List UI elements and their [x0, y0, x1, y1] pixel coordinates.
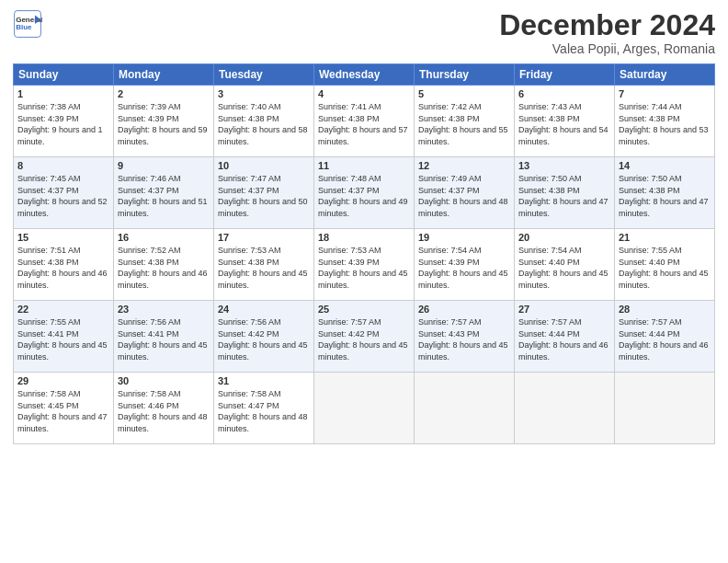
day-number: 8	[17, 160, 109, 171]
day-info: Sunrise: 7:51 AMSunset: 4:38 PMDaylight:…	[17, 245, 109, 291]
day-info: Sunrise: 7:39 AMSunset: 4:39 PMDaylight:…	[118, 101, 210, 147]
day-number: 15	[17, 232, 109, 243]
day-info: Sunrise: 7:54 AMSunset: 4:39 PMDaylight:…	[418, 245, 510, 291]
weekday-header: Monday	[114, 64, 214, 86]
calendar-cell: 30Sunrise: 7:58 AMSunset: 4:46 PMDayligh…	[114, 373, 214, 444]
day-info: Sunrise: 7:56 AMSunset: 4:42 PMDaylight:…	[218, 316, 310, 362]
calendar-cell	[415, 373, 515, 444]
weekday-header: Friday	[515, 64, 615, 86]
calendar-cell: 29Sunrise: 7:58 AMSunset: 4:45 PMDayligh…	[14, 373, 114, 444]
calendar-cell: 1Sunrise: 7:38 AMSunset: 4:39 PMDaylight…	[14, 86, 114, 157]
calendar-cell	[314, 373, 415, 444]
day-info: Sunrise: 7:46 AMSunset: 4:37 PMDaylight:…	[118, 173, 210, 219]
day-number: 5	[418, 88, 510, 99]
calendar-table: SundayMondayTuesdayWednesdayThursdayFrid…	[13, 63, 715, 444]
day-info: Sunrise: 7:42 AMSunset: 4:38 PMDaylight:…	[418, 101, 510, 147]
calendar-cell: 12Sunrise: 7:49 AMSunset: 4:37 PMDayligh…	[415, 157, 515, 229]
calendar-cell: 2Sunrise: 7:39 AMSunset: 4:39 PMDaylight…	[114, 86, 214, 157]
day-number: 18	[318, 232, 410, 243]
month-title: December 2024	[499, 9, 715, 41]
day-number: 6	[518, 88, 610, 99]
weekday-header: Sunday	[14, 64, 114, 86]
day-info: Sunrise: 7:43 AMSunset: 4:38 PMDaylight:…	[518, 101, 610, 147]
day-info: Sunrise: 7:57 AMSunset: 4:42 PMDaylight:…	[318, 316, 410, 362]
weekday-header: Wednesday	[314, 64, 415, 86]
logo: General Blue	[13, 9, 42, 39]
calendar-cell: 5Sunrise: 7:42 AMSunset: 4:38 PMDaylight…	[415, 86, 515, 157]
day-number: 17	[218, 232, 310, 243]
day-info: Sunrise: 7:57 AMSunset: 4:44 PMDaylight:…	[518, 316, 610, 362]
day-number: 12	[418, 160, 510, 171]
calendar-cell: 6Sunrise: 7:43 AMSunset: 4:38 PMDaylight…	[515, 86, 615, 157]
page-header: General Blue December 2024 Valea Popii, …	[13, 9, 715, 56]
calendar-cell: 18Sunrise: 7:53 AMSunset: 4:39 PMDayligh…	[314, 229, 415, 301]
day-number: 28	[619, 304, 711, 315]
calendar-cell: 3Sunrise: 7:40 AMSunset: 4:38 PMDaylight…	[214, 86, 314, 157]
calendar-cell: 19Sunrise: 7:54 AMSunset: 4:39 PMDayligh…	[415, 229, 515, 301]
weekday-header: Thursday	[415, 64, 515, 86]
day-number: 26	[418, 304, 510, 315]
day-number: 24	[218, 304, 310, 315]
day-number: 23	[118, 304, 210, 315]
calendar-cell: 16Sunrise: 7:52 AMSunset: 4:38 PMDayligh…	[114, 229, 214, 301]
calendar-cell: 31Sunrise: 7:58 AMSunset: 4:47 PMDayligh…	[214, 373, 314, 444]
calendar-cell: 17Sunrise: 7:53 AMSunset: 4:38 PMDayligh…	[214, 229, 314, 301]
day-number: 29	[17, 375, 109, 386]
day-number: 11	[318, 160, 410, 171]
svg-text:Blue: Blue	[16, 23, 32, 31]
day-number: 9	[118, 160, 210, 171]
day-info: Sunrise: 7:50 AMSunset: 4:38 PMDaylight:…	[518, 173, 610, 219]
page-container: General Blue December 2024 Valea Popii, …	[0, 0, 728, 563]
day-info: Sunrise: 7:47 AMSunset: 4:37 PMDaylight:…	[218, 173, 310, 219]
calendar-cell: 14Sunrise: 7:50 AMSunset: 4:38 PMDayligh…	[615, 157, 715, 229]
location: Valea Popii, Arges, Romania	[499, 41, 715, 56]
day-number: 14	[619, 160, 711, 171]
day-info: Sunrise: 7:56 AMSunset: 4:41 PMDaylight:…	[118, 316, 210, 362]
day-info: Sunrise: 7:58 AMSunset: 4:45 PMDaylight:…	[17, 388, 109, 434]
day-number: 7	[619, 88, 711, 99]
calendar-cell: 4Sunrise: 7:41 AMSunset: 4:38 PMDaylight…	[314, 86, 415, 157]
day-info: Sunrise: 7:58 AMSunset: 4:46 PMDaylight:…	[118, 388, 210, 434]
day-number: 1	[17, 88, 109, 99]
day-number: 30	[118, 375, 210, 386]
calendar-cell: 21Sunrise: 7:55 AMSunset: 4:40 PMDayligh…	[615, 229, 715, 301]
day-number: 4	[318, 88, 410, 99]
day-info: Sunrise: 7:38 AMSunset: 4:39 PMDaylight:…	[17, 101, 109, 147]
day-info: Sunrise: 7:55 AMSunset: 4:41 PMDaylight:…	[17, 316, 109, 362]
day-number: 10	[218, 160, 310, 171]
day-info: Sunrise: 7:40 AMSunset: 4:38 PMDaylight:…	[218, 101, 310, 147]
day-info: Sunrise: 7:57 AMSunset: 4:43 PMDaylight:…	[418, 316, 510, 362]
calendar-cell	[615, 373, 715, 444]
day-number: 16	[118, 232, 210, 243]
calendar-cell: 25Sunrise: 7:57 AMSunset: 4:42 PMDayligh…	[314, 301, 415, 373]
day-info: Sunrise: 7:57 AMSunset: 4:44 PMDaylight:…	[619, 316, 711, 362]
calendar-cell: 22Sunrise: 7:55 AMSunset: 4:41 PMDayligh…	[14, 301, 114, 373]
logo-icon: General Blue	[13, 9, 42, 39]
calendar-cell: 20Sunrise: 7:54 AMSunset: 4:40 PMDayligh…	[515, 229, 615, 301]
day-info: Sunrise: 7:45 AMSunset: 4:37 PMDaylight:…	[17, 173, 109, 219]
calendar-cell: 24Sunrise: 7:56 AMSunset: 4:42 PMDayligh…	[214, 301, 314, 373]
day-info: Sunrise: 7:53 AMSunset: 4:38 PMDaylight:…	[218, 245, 310, 291]
day-number: 3	[218, 88, 310, 99]
calendar-cell: 26Sunrise: 7:57 AMSunset: 4:43 PMDayligh…	[415, 301, 515, 373]
day-number: 19	[418, 232, 510, 243]
calendar-cell: 9Sunrise: 7:46 AMSunset: 4:37 PMDaylight…	[114, 157, 214, 229]
day-info: Sunrise: 7:58 AMSunset: 4:47 PMDaylight:…	[218, 388, 310, 434]
weekday-header: Saturday	[615, 64, 715, 86]
day-number: 31	[218, 375, 310, 386]
day-info: Sunrise: 7:49 AMSunset: 4:37 PMDaylight:…	[418, 173, 510, 219]
weekday-header: Tuesday	[214, 64, 314, 86]
day-number: 27	[518, 304, 610, 315]
day-number: 21	[619, 232, 711, 243]
calendar-cell: 23Sunrise: 7:56 AMSunset: 4:41 PMDayligh…	[114, 301, 214, 373]
day-info: Sunrise: 7:41 AMSunset: 4:38 PMDaylight:…	[318, 101, 410, 147]
day-number: 13	[518, 160, 610, 171]
day-info: Sunrise: 7:52 AMSunset: 4:38 PMDaylight:…	[118, 245, 210, 291]
title-block: December 2024 Valea Popii, Arges, Romani…	[499, 9, 715, 56]
day-info: Sunrise: 7:44 AMSunset: 4:38 PMDaylight:…	[619, 101, 711, 147]
day-info: Sunrise: 7:48 AMSunset: 4:37 PMDaylight:…	[318, 173, 410, 219]
day-number: 20	[518, 232, 610, 243]
day-number: 22	[17, 304, 109, 315]
day-info: Sunrise: 7:53 AMSunset: 4:39 PMDaylight:…	[318, 245, 410, 291]
day-number: 2	[118, 88, 210, 99]
